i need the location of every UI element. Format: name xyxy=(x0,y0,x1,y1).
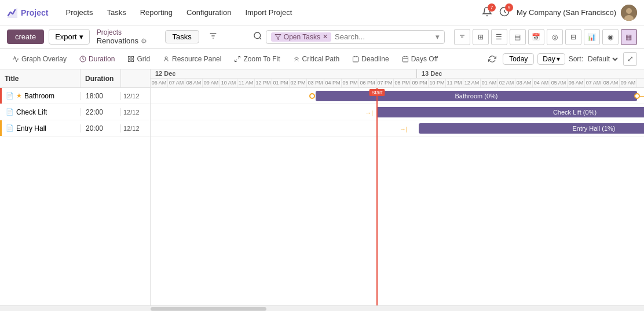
zoom-to-fit-btn[interactable]: Zoom To Fit xyxy=(229,53,285,65)
notification-bell-1[interactable]: 7 xyxy=(482,6,492,19)
nav-projects[interactable]: Projects xyxy=(60,6,98,19)
view-list-btn[interactable]: ☰ xyxy=(491,29,507,45)
svg-rect-13 xyxy=(129,56,131,58)
sort-select[interactable]: Default xyxy=(586,54,620,64)
days-off-btn[interactable]: Days Off xyxy=(397,53,443,65)
company-info[interactable]: My Company (San Francisco) xyxy=(517,5,637,21)
svg-rect-16 xyxy=(131,60,134,62)
gantt-time-cell: 06 PM xyxy=(359,79,376,87)
gantt-time-cell: 03 PM xyxy=(307,79,324,87)
breadcrumb-current: Renovations ⚙ xyxy=(97,36,147,45)
task-duration: 22:00 xyxy=(80,108,121,116)
gantt-time-cell: 09 AM xyxy=(203,79,220,87)
nav-configuration[interactable]: Configuration xyxy=(181,6,237,19)
table-row[interactable]: 📄 ★ Bathroom 18:00 12/12 xyxy=(0,88,150,104)
nav-import[interactable]: Import Project xyxy=(239,6,298,19)
gantt-time-cell: 12 AM xyxy=(463,79,481,87)
gantt-date-label-1: 12 Dec xyxy=(151,69,417,78)
app-logo[interactable]: Project xyxy=(7,8,48,18)
task-star-icon[interactable]: ★ xyxy=(16,92,22,99)
svg-marker-0 xyxy=(7,8,17,18)
gantt-bar-entryhall[interactable]: Entry Hall (1%) xyxy=(419,123,644,134)
gantt-time-cell: 01 PM xyxy=(272,79,290,87)
breadcrumb: Projects Renovations ⚙ xyxy=(97,28,147,45)
deadline-btn[interactable]: Deadline xyxy=(347,53,394,65)
search-input[interactable] xyxy=(335,32,432,41)
gantt-time-cell: 10 PM xyxy=(429,79,446,87)
gantt-toolbar: Graph Overlay Duration Grid Resource Pan… xyxy=(0,49,644,69)
nav-tasks[interactable]: Tasks xyxy=(101,6,131,19)
gantt-time-row: 06 AM 07 AM 08 AM 09 AM 10 AM 11 AM 12 P… xyxy=(151,79,644,87)
filter-close-icon[interactable]: ✕ xyxy=(323,33,328,40)
view-kanban-btn[interactable]: ⊞ xyxy=(473,29,489,45)
tasks-pill[interactable]: Tasks xyxy=(165,30,199,43)
gantt-date-label-2: 13 Dec xyxy=(417,69,644,78)
expand-btn[interactable]: ⤢ xyxy=(623,52,637,66)
search-dropdown-icon[interactable]: ▾ xyxy=(436,32,440,41)
table-row[interactable]: 📄 Check Lift 22:00 12/12 xyxy=(0,104,150,120)
view-filter-btn[interactable] xyxy=(454,29,470,45)
nav-menu: Projects Tasks Reporting Configuration I… xyxy=(60,6,298,19)
critical-path-btn[interactable]: Critical Path xyxy=(288,53,345,65)
export-chevron-icon: ▾ xyxy=(79,32,83,41)
task-date: 12/12 xyxy=(121,125,150,132)
gantt-bar-checklift[interactable]: Check Lift (0%) xyxy=(376,107,644,117)
svg-rect-15 xyxy=(129,60,131,62)
milestone-end xyxy=(634,93,640,99)
user-avatar[interactable] xyxy=(621,5,637,21)
duration-btn[interactable]: Duration xyxy=(74,53,120,65)
table-row[interactable]: 📄 Entry Hall 20:00 12/12 xyxy=(0,120,150,137)
gantt-time-cell: 06 AM xyxy=(151,79,168,87)
today-button[interactable]: Today xyxy=(503,53,534,65)
svg-point-17 xyxy=(165,57,167,59)
dependency-arrow: →| xyxy=(365,109,373,116)
export-button[interactable]: Export ▾ xyxy=(49,29,90,45)
gantt-time-cell: 01 AM xyxy=(481,79,498,87)
top-navigation: Project Projects Tasks Reporting Configu… xyxy=(0,0,644,25)
svg-rect-21 xyxy=(402,57,408,62)
filter-adjust-icon[interactable] xyxy=(204,30,222,44)
create-button[interactable]: create xyxy=(7,30,44,44)
dependency-arrow: →| xyxy=(400,126,408,132)
view-gantt-btn[interactable]: ▦ xyxy=(621,29,637,45)
scrollbar-thumb[interactable] xyxy=(151,307,266,311)
horizontal-scrollbar[interactable] xyxy=(0,305,644,311)
search-filter-bar[interactable]: Open Tasks ✕ ▾ xyxy=(266,30,445,44)
gantt-time-cell: 08 AM xyxy=(602,79,620,87)
gantt-time-cell: 12 PM xyxy=(255,79,272,87)
nav-reporting[interactable]: Reporting xyxy=(134,6,178,19)
svg-point-3 xyxy=(626,8,632,14)
breadcrumb-projects-link[interactable]: Projects xyxy=(97,28,147,36)
view-activity-btn[interactable]: ◉ xyxy=(602,29,619,45)
resource-panel-btn[interactable]: Resource Panel xyxy=(158,53,226,65)
gantt-bar-bathroom[interactable]: Bathroom (0%) xyxy=(316,91,637,101)
gantt-body: Start Bathroom (0%) →| xyxy=(151,88,644,305)
row-indicator xyxy=(0,104,2,120)
graph-overlay-btn[interactable]: Graph Overlay xyxy=(7,53,72,65)
gantt-time-cell: 05 PM xyxy=(342,79,359,87)
notification-bell-2[interactable]: 9 xyxy=(499,6,510,19)
view-map-btn[interactable]: ◎ xyxy=(547,29,563,45)
task-duration: 18:00 xyxy=(80,92,121,100)
task-doc-icon: 📄 xyxy=(6,92,14,99)
gantt-time-cell: 03 AM xyxy=(515,79,533,87)
view-pivot-btn[interactable]: ⊟ xyxy=(565,29,581,45)
search-icon[interactable] xyxy=(253,31,262,42)
gantt-time-cell: 08 AM xyxy=(185,79,203,87)
sort-area: Sort: Default xyxy=(569,54,620,64)
task-doc-icon: 📄 xyxy=(6,124,14,132)
gantt-time-cell: 07 AM xyxy=(168,79,185,87)
view-calendar-btn[interactable]: 📅 xyxy=(528,29,544,45)
settings-icon[interactable]: ⚙ xyxy=(141,37,147,45)
view-table-btn[interactable]: ▤ xyxy=(510,29,526,45)
svg-rect-18 xyxy=(353,57,358,62)
refresh-btn[interactable] xyxy=(485,52,499,66)
day-select[interactable]: Day ▾ xyxy=(537,53,565,65)
gantt-time-cell: 11 AM xyxy=(237,79,255,87)
task-title-cell: 📄 Entry Hall xyxy=(0,124,80,132)
today-label: Start xyxy=(369,89,385,96)
view-graph-btn[interactable]: 📊 xyxy=(584,29,600,45)
gantt-time-cell: 04 PM xyxy=(324,79,342,87)
grid-btn[interactable]: Grid xyxy=(122,53,155,65)
svg-marker-9 xyxy=(275,34,281,39)
